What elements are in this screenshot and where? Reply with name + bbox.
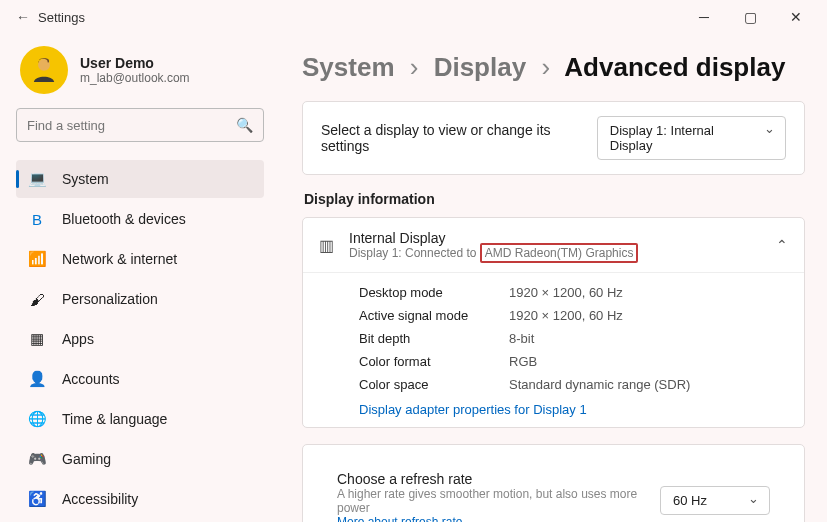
sidebar-item-label: Accounts: [62, 371, 120, 387]
display-subtitle: Display 1: Connected to AMD Radeon(TM) G…: [349, 246, 638, 260]
breadcrumb: System › Display › Advanced display: [302, 52, 805, 83]
gpu-name-highlight: AMD Radeon(TM) Graphics: [480, 243, 639, 263]
prop-row: Color spaceStandard dynamic range (SDR): [303, 373, 804, 396]
maximize-button[interactable]: ▢: [727, 2, 773, 32]
wifi-icon: 📶: [26, 250, 48, 268]
sidebar-item-label: Network & internet: [62, 251, 177, 267]
user-profile[interactable]: User Demo m_lab@outlook.com: [20, 46, 264, 94]
gaming-icon: 🎮: [26, 450, 48, 468]
window-title: Settings: [38, 10, 85, 25]
sidebar-item-label: Personalization: [62, 291, 158, 307]
refresh-subtitle: A higher rate gives smoother motion, but…: [337, 487, 660, 515]
crumb-system[interactable]: System: [302, 52, 395, 82]
sidebar-item-time[interactable]: 🌐Time & language: [16, 400, 264, 438]
sidebar-item-label: Apps: [62, 331, 94, 347]
adapter-properties-link[interactable]: Display adapter properties for Display 1: [303, 396, 804, 427]
chevron-up-icon[interactable]: ⌃: [776, 237, 788, 253]
crumb-display[interactable]: Display: [434, 52, 527, 82]
section-title: Display information: [304, 191, 805, 207]
globe-icon: 🌐: [26, 410, 48, 428]
display-header[interactable]: ▥ Internal Display Display 1: Connected …: [303, 218, 804, 273]
sidebar-item-label: Time & language: [62, 411, 167, 427]
accessibility-icon: ♿: [26, 490, 48, 508]
refresh-more-link[interactable]: More about refresh rate: [337, 515, 660, 522]
search-icon: 🔍: [236, 117, 253, 133]
sidebar-item-accessibility[interactable]: ♿Accessibility: [16, 480, 264, 518]
person-icon: 👤: [26, 370, 48, 388]
display-selector[interactable]: Display 1: Internal Display: [597, 116, 786, 160]
close-button[interactable]: ✕: [773, 2, 819, 32]
sidebar-item-accounts[interactable]: 👤Accounts: [16, 360, 264, 398]
avatar: [20, 46, 68, 94]
apps-icon: ▦: [26, 330, 48, 348]
chevron-right-icon: ›: [410, 52, 419, 82]
crumb-current: Advanced display: [564, 52, 785, 82]
user-name: User Demo: [80, 55, 190, 71]
chevron-right-icon: ›: [541, 52, 550, 82]
search-input[interactable]: [27, 118, 236, 133]
monitor-icon: ▥: [319, 236, 349, 255]
prop-row: Color formatRGB: [303, 350, 804, 373]
search-box[interactable]: 🔍: [16, 108, 264, 142]
prop-row: Active signal mode1920 × 1200, 60 Hz: [303, 304, 804, 327]
back-button[interactable]: ←: [8, 9, 38, 25]
minimize-button[interactable]: ─: [681, 2, 727, 32]
prop-row: Desktop mode1920 × 1200, 60 Hz: [303, 281, 804, 304]
refresh-title: Choose a refresh rate: [337, 471, 660, 487]
user-email: m_lab@outlook.com: [80, 71, 190, 85]
sidebar-item-system[interactable]: 💻System: [16, 160, 264, 198]
sidebar-item-label: Bluetooth & devices: [62, 211, 186, 227]
bluetooth-icon: B: [26, 211, 48, 228]
system-icon: 💻: [26, 170, 48, 188]
sidebar-item-label: Gaming: [62, 451, 111, 467]
brush-icon: 🖌: [26, 291, 48, 308]
sidebar-item-apps[interactable]: ▦Apps: [16, 320, 264, 358]
prop-row: Bit depth8-bit: [303, 327, 804, 350]
select-display-label: Select a display to view or change its s…: [321, 122, 597, 154]
sidebar-item-personalization[interactable]: 🖌Personalization: [16, 280, 264, 318]
refresh-rate-selector[interactable]: 60 Hz: [660, 486, 770, 515]
sidebar-item-network[interactable]: 📶Network & internet: [16, 240, 264, 278]
sidebar-item-label: Accessibility: [62, 491, 138, 507]
sidebar-item-gaming[interactable]: 🎮Gaming: [16, 440, 264, 478]
sidebar-item-label: System: [62, 171, 109, 187]
sidebar-item-bluetooth[interactable]: BBluetooth & devices: [16, 200, 264, 238]
